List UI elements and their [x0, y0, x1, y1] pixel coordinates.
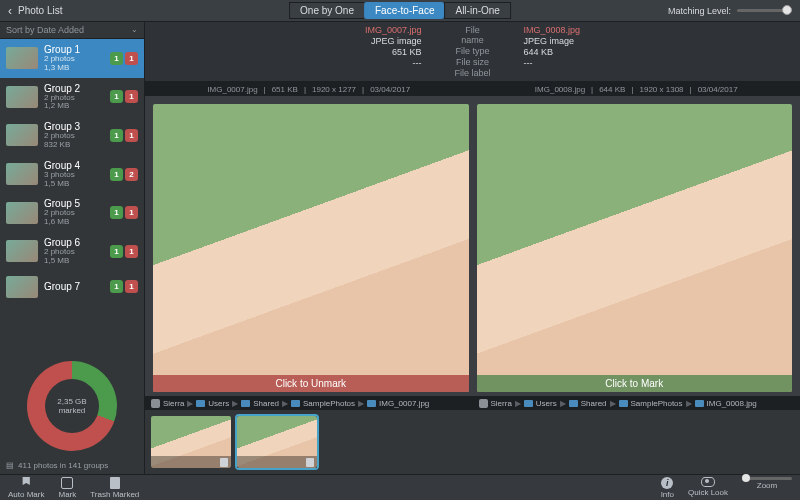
mark-count-badge: 1: [125, 206, 138, 219]
sep-right-name: IMG_0008.jpg: [535, 85, 585, 94]
group-thumbnail: [6, 163, 38, 185]
photo-left[interactable]: Click to Unmark: [153, 104, 469, 392]
keep-count-badge: 1: [110, 206, 123, 219]
sidebar-group-item[interactable]: Group 2 2 photos 1,2 MB 1 1: [0, 78, 144, 117]
keep-count-badge: 1: [110, 280, 123, 293]
crumb-segment[interactable]: Shared: [581, 399, 607, 408]
sidebar-group-item[interactable]: Group 7 1 1: [0, 271, 144, 303]
mark-count-badge: 2: [125, 168, 138, 181]
breadcrumb-left[interactable]: Sierra▶Users▶Shared▶SamplePhotos▶IMG_000…: [145, 396, 473, 410]
group-size: 1,2 MB: [44, 102, 104, 111]
group-size: 1,5 MB: [44, 180, 104, 189]
view-all-in-one[interactable]: All-in-One: [444, 2, 510, 19]
crumb-segment[interactable]: SamplePhotos: [631, 399, 683, 408]
view-face-to-face[interactable]: Face-to-Face: [364, 2, 444, 19]
sidebar-group-item[interactable]: Group 4 3 photos 1,5 MB 1 2: [0, 155, 144, 194]
crumb-segment[interactable]: Users: [208, 399, 229, 408]
info-button[interactable]: iInfo: [661, 477, 674, 499]
keep-count-badge: 1: [110, 90, 123, 103]
unmark-button[interactable]: Click to Unmark: [153, 375, 469, 392]
group-size: 1,6 MB: [44, 218, 104, 227]
flag-icon: [20, 477, 32, 489]
group-size: 1,5 MB: [44, 257, 104, 266]
trash-icon[interactable]: [306, 458, 314, 467]
folder-icon: [291, 400, 300, 407]
folder-icon: [524, 400, 533, 407]
keep-count-badge: 1: [110, 245, 123, 258]
crumb-segment[interactable]: IMG_0008.jpg: [707, 399, 757, 408]
breadcrumb-right[interactable]: Sierra▶Users▶Shared▶SamplePhotos▶IMG_000…: [473, 396, 801, 410]
metadata-panel: IMG_0007.jpg JPEG image 651 KB --- File …: [145, 22, 800, 82]
zoom-control[interactable]: Zoom: [742, 477, 792, 499]
back-chevron-icon[interactable]: ‹: [8, 4, 12, 18]
back-label[interactable]: Photo List: [18, 5, 62, 16]
mark-count-badge: 1: [125, 90, 138, 103]
quick-look-button[interactable]: Quick Look: [688, 477, 728, 499]
matching-level-label: Matching Level:: [668, 6, 731, 16]
folder-icon: [569, 400, 578, 407]
sidebar-group-item[interactable]: Group 1 2 photos 1,3 MB 1 1: [0, 39, 144, 78]
filmstrip: [145, 410, 800, 474]
titlebar: ‹ Photo List One by One Face-to-Face All…: [0, 0, 800, 22]
crumb-segment[interactable]: Users: [536, 399, 557, 408]
group-list: Group 1 2 photos 1,3 MB 1 1 Group 2 2 ph…: [0, 39, 144, 355]
zoom-slider[interactable]: [742, 477, 792, 480]
crumb-segment[interactable]: Sierra: [491, 399, 512, 408]
trash-icon[interactable]: [220, 458, 228, 467]
group-thumbnail: [6, 240, 38, 262]
keep-count-badge: 1: [110, 52, 123, 65]
sep-left-name: IMG_0007.jpg: [207, 85, 257, 94]
mark-button[interactable]: Click to Mark: [477, 375, 793, 392]
donut-sublabel: marked: [57, 406, 86, 415]
sidebar-group-item[interactable]: Group 6 2 photos 1,5 MB 1 1: [0, 232, 144, 271]
mark-button-toolbar[interactable]: Mark: [58, 477, 76, 499]
crumb-segment[interactable]: SamplePhotos: [303, 399, 355, 408]
folder-icon: [695, 400, 704, 407]
folder-icon: [241, 400, 250, 407]
breadcrumbs: Sierra▶Users▶Shared▶SamplePhotos▶IMG_000…: [145, 396, 800, 410]
filmstrip-thumb[interactable]: [237, 416, 317, 468]
left-filelabel: ---: [161, 58, 422, 68]
group-thumbnail: [6, 124, 38, 146]
photo-stack-icon: ▤: [6, 461, 14, 470]
photo-right[interactable]: Click to Mark: [477, 104, 793, 392]
chevron-down-icon: ⌄: [131, 25, 138, 35]
mark-count-badge: 1: [125, 280, 138, 293]
folder-icon: [367, 400, 376, 407]
sep-left-dims: 1920 x 1277: [312, 85, 356, 94]
sort-dropdown[interactable]: Sort by Date Added ⌄: [0, 22, 144, 39]
group-thumbnail: [6, 86, 38, 108]
left-filename: IMG_0007.jpg: [161, 25, 422, 35]
view-one-by-one[interactable]: One by One: [289, 2, 364, 19]
sep-right-size: 644 KB: [599, 85, 625, 94]
drive-icon: [151, 399, 160, 408]
folder-icon: [619, 400, 628, 407]
info-icon: i: [661, 477, 673, 489]
filmstrip-thumb[interactable]: [151, 416, 231, 468]
sidebar-group-item[interactable]: Group 3 2 photos 832 KB 1 1: [0, 116, 144, 155]
trash-marked-button[interactable]: Trash Marked: [90, 477, 139, 499]
crumb-segment[interactable]: IMG_0007.jpg: [379, 399, 429, 408]
mark-count-badge: 1: [125, 129, 138, 142]
crumb-segment[interactable]: Sierra: [163, 399, 184, 408]
meta-label-label: File label: [454, 68, 492, 78]
group-title: Group 7: [44, 281, 104, 292]
sep-right-dims: 1920 x 1308: [640, 85, 684, 94]
toolbar: Auto Mark Mark Trash Marked iInfo Quick …: [0, 474, 800, 500]
stats-text: 411 photos in 141 groups: [18, 461, 108, 470]
mark-count-badge: 1: [125, 245, 138, 258]
matching-level-slider[interactable]: [737, 9, 792, 12]
mark-count-badge: 1: [125, 52, 138, 65]
right-filesize: 644 KB: [524, 47, 785, 57]
crumb-segment[interactable]: Shared: [253, 399, 279, 408]
group-thumbnail: [6, 202, 38, 224]
sidebar: Sort by Date Added ⌄ Group 1 2 photos 1,…: [0, 22, 145, 474]
auto-mark-button[interactable]: Auto Mark: [8, 477, 44, 499]
meta-label-name: File name: [454, 25, 492, 45]
drive-icon: [479, 399, 488, 408]
eye-icon: [701, 477, 715, 487]
right-filename: IMG_0008.jpg: [524, 25, 785, 35]
right-filetype: JPEG image: [524, 36, 785, 46]
keep-count-badge: 1: [110, 168, 123, 181]
sidebar-group-item[interactable]: Group 5 2 photos 1,6 MB 1 1: [0, 193, 144, 232]
